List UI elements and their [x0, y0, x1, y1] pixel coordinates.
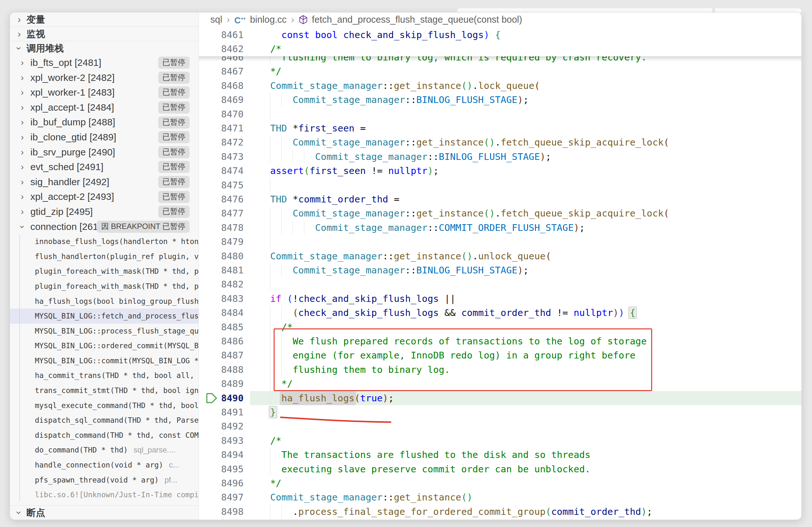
code-line-8497[interactable]: 8497 Commit_stage_manager::get_instance(…: [199, 490, 801, 504]
call-stack-thread-row[interactable]: ›sig_handler [2492]已暂停: [10, 175, 199, 190]
stack-frame-row[interactable]: ha_flush_logs(bool binlog_group_flush: [10, 294, 199, 309]
call-stack-thread-row[interactable]: ›xpl_worker-2 [2482]已暂停: [10, 70, 199, 85]
code-line-8479[interactable]: 8479: [199, 235, 801, 249]
stack-frame-row[interactable]: MYSQL_BIN_LOG::ordered_commit(MYSQL_B: [10, 338, 199, 353]
paused-badge: 已暂停: [158, 116, 190, 129]
stack-frame-row[interactable]: libc.so.6![Unknown/Just-In-Time compi: [10, 487, 199, 502]
stack-frame-row[interactable]: flush_handlerton(plugin_ref plugin, v: [10, 249, 199, 264]
code-line-8478[interactable]: 8478 Commit_stage_manager::COMMIT_ORDER_…: [199, 220, 801, 235]
stack-frame-row[interactable]: innobase_flush_logs(handlerton * hton: [10, 234, 199, 249]
stack-frame-row[interactable]: MYSQL_BIN_LOG::process_flush_stage_qu: [10, 324, 199, 339]
code-line-8471[interactable]: 8471 THD *first_seen =: [199, 121, 801, 135]
thread-name: sig_handler [2492]: [30, 175, 109, 190]
call-stack-thread-row[interactable]: ›connection [2614]因 BREAKPOINT 已暂停: [10, 219, 199, 234]
indent-guide: [270, 277, 271, 291]
code-text: const bool check_and_skip_flush_logs) {: [259, 28, 501, 42]
line-number: 8475: [199, 178, 244, 192]
code-line-8487[interactable]: 8487 engine (for example, InnoDB redo lo…: [199, 348, 801, 362]
line-number: 8477: [199, 206, 244, 220]
code-line-8492[interactable]: 8492: [199, 419, 801, 433]
sidebar-section-watch[interactable]: ›监视: [10, 27, 199, 41]
code-line-8496[interactable]: 8496 */: [199, 476, 801, 490]
code-line-8485[interactable]: 8485 /*: [199, 320, 801, 334]
stack-frame-label: ha_flush_logs(bool binlog_group_flush: [35, 294, 199, 309]
code-line-8495[interactable]: 8495 executing slave preserve commit ord…: [199, 462, 801, 476]
breadcrumb-symbol[interactable]: fetch_and_process_flush_stage_queue(cons…: [312, 13, 522, 27]
call-stack-thread-row[interactable]: ›xpl_accept-1 [2484]已暂停: [10, 100, 199, 115]
code-line-8481[interactable]: 8481 Commit_stage_manager::BINLOG_FLUSH_…: [199, 263, 801, 277]
code-line-8489[interactable]: 8489 */: [199, 377, 801, 391]
code-line-8488[interactable]: 8488 flushing them to binary log.: [199, 362, 801, 377]
code-text: */: [259, 476, 281, 490]
code-line-8477[interactable]: 8477 Commit_stage_manager::get_instance(…: [199, 206, 801, 220]
code-line-8491[interactable]: 8491 }: [199, 405, 801, 419]
chevron-right-icon: ›: [21, 70, 24, 85]
call-stack-thread-row[interactable]: ›xpl_worker-1 [2483]已暂停: [10, 85, 199, 100]
call-stack-thread-row[interactable]: ›gtid_zip [2495]已暂停: [10, 204, 199, 219]
stack-frame-row[interactable]: MYSQL_BIN_LOG::commit(MYSQL_BIN_LOG *: [10, 353, 199, 368]
code-line-8494[interactable]: 8494 The transactions are flushed to the…: [199, 448, 801, 462]
code-line-8490[interactable]: 8490 ha_flush_logs(true);: [199, 391, 801, 405]
code-line-8472[interactable]: 8472 Commit_stage_manager::get_instance(…: [199, 135, 801, 149]
code-line-8461[interactable]: 8461 const bool check_and_skip_flush_log…: [199, 28, 801, 42]
sticky-scroll-lines: 8461 const bool check_and_skip_flush_log…: [199, 27, 801, 56]
code-line-8467[interactable]: 8467 */: [199, 64, 801, 79]
line-number: 8467: [199, 64, 244, 79]
code-line-8468[interactable]: 8468 Commit_stage_manager::get_instance(…: [199, 79, 801, 93]
call-stack-thread-row[interactable]: ›ib_fts_opt [2481]已暂停: [10, 55, 199, 70]
code-line-8483[interactable]: 8483 if (!check_and_skip_flush_logs ||: [199, 291, 801, 306]
chevron-right-icon: ›: [15, 27, 23, 41]
code-line-8470[interactable]: 8470: [199, 107, 801, 121]
stack-frame-row[interactable]: trans_commit_stmt(THD * thd, bool ign: [10, 383, 199, 398]
code-line-8480[interactable]: 8480 Commit_stage_manager::get_instance(…: [199, 249, 801, 263]
chevron-right-icon: ›: [291, 13, 294, 27]
stack-frame-label: plugin_foreach_with_mask(THD * thd, p: [35, 279, 199, 294]
breadcrumb-file[interactable]: binlog.cc: [250, 13, 287, 27]
line-number: 8498: [199, 504, 244, 519]
code-line-8484[interactable]: 8484 (check_and_skip_flush_logs && commi…: [199, 306, 801, 320]
code-line-8469[interactable]: 8469 Commit_stage_manager::BINLOG_FLUSH_…: [199, 93, 801, 107]
line-number: 8479: [199, 235, 244, 249]
line-number: 8461: [199, 28, 244, 42]
code-line-8486[interactable]: 8486 We flush prepared records of transa…: [199, 334, 801, 348]
stack-frame-row[interactable]: pfs_spawn_thread(void * arg)pf...: [10, 473, 199, 488]
line-number: 8488: [199, 362, 244, 377]
stack-frame-row[interactable]: ha_commit_trans(THD * thd, bool all,: [10, 368, 199, 383]
stack-frame-row[interactable]: mysql_execute_command(THD * thd, bool: [10, 398, 199, 413]
call-stack-thread-row[interactable]: ›ib_clone_gtid [2489]已暂停: [10, 130, 199, 145]
code-text: engine (for example, InnoDB redo log) in…: [259, 348, 636, 362]
sidebar-section-callstack[interactable]: ›调用堆栈: [10, 41, 199, 55]
stack-frame-row[interactable]: plugin_foreach_with_mask(THD * thd, p: [10, 264, 199, 279]
line-number: 8478: [199, 220, 244, 235]
code-text: */: [259, 64, 281, 79]
code-line-8474[interactable]: 8474 assert(first_seen != nullptr);: [199, 164, 801, 178]
code-line-8493[interactable]: 8493 /*: [199, 433, 801, 448]
sidebar-section-variables[interactable]: ›变量: [10, 13, 199, 27]
code-line-8473[interactable]: 8473 Commit_stage_manager::BINLOG_FLUSH_…: [199, 149, 801, 164]
thread-name: ib_buf_dump [2488]: [30, 115, 115, 130]
sidebar-section-breakpoints[interactable]: › 断点: [10, 505, 199, 519]
chevron-right-icon: ›: [21, 175, 24, 190]
call-stack-thread-row[interactable]: ›evt_sched [2491]已暂停: [10, 160, 199, 175]
line-number: 8490: [199, 391, 244, 405]
stack-frame-row[interactable]: plugin_foreach_with_mask(THD * thd, p: [10, 279, 199, 294]
editor-pane[interactable]: 8466 flushing them to binary log, which …: [199, 13, 801, 519]
code-line-8482[interactable]: 8482: [199, 277, 801, 291]
line-number: 8485: [199, 320, 244, 334]
code-line-8475[interactable]: 8475: [199, 178, 801, 192]
call-stack-thread-row[interactable]: ›xpl_accept-2 [2493]已暂停: [10, 189, 199, 204]
debug-panel-sections: ›变量›监视›调用堆栈: [10, 13, 199, 55]
stack-frame-row[interactable]: dispatch_command(THD * thd, const COM: [10, 428, 199, 443]
breadcrumb-folder[interactable]: sql: [211, 13, 222, 27]
code-line-8476[interactable]: 8476 THD *commit_order_thd =: [199, 192, 801, 206]
call-stack-thread-row[interactable]: ›ib_srv_purge [2490]已暂停: [10, 145, 199, 160]
chevron-right-icon: ›: [21, 55, 24, 70]
stack-frame-row[interactable]: dispatch_sql_command(THD * thd, Parse: [10, 413, 199, 428]
code-line-8462[interactable]: 8462 /*: [199, 42, 801, 56]
stack-frame-row[interactable]: do_command(THD * thd)sql_parse....: [10, 443, 199, 458]
code-text: Commit_stage_manager::get_instance().fet…: [259, 135, 669, 149]
call-stack-thread-row[interactable]: ›ib_buf_dump [2488]已暂停: [10, 115, 199, 130]
stack-frame-row[interactable]: handle_connection(void * arg)c...: [10, 458, 199, 473]
stack-frame-row[interactable]: MYSQL_BIN_LOG::fetch_and_process_flus: [10, 309, 199, 324]
code-line-8498[interactable]: 8498 .process_final_stage_for_ordered_co…: [199, 504, 801, 519]
